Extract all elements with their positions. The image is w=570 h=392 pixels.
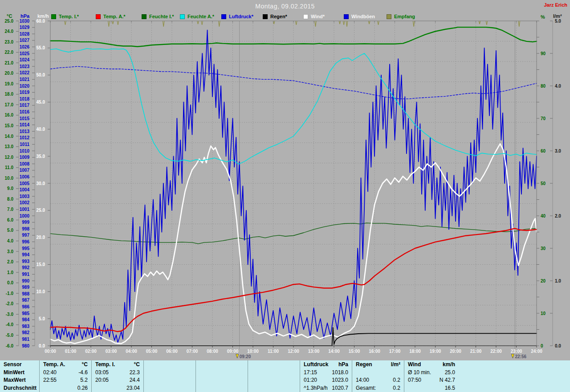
axis-label-wind: 5.0 [39,316,45,321]
x-axis-hour-label: 10:00 [247,349,259,354]
axis-label-temp: 19.0 [5,81,14,86]
axis-label-humidity: 40 [541,214,546,218]
x-axis-hour-label: 11:00 [268,349,279,354]
event-marker-icon [511,354,514,358]
axis-label-wind: 50.0 [37,73,45,77]
axis-label-pressure: 1027 [20,38,30,43]
stats-luftdruck-header: LuftdruckhPa [300,360,352,368]
axis-label-pressure: 1022 [20,70,30,75]
axis-label-temp: 21.0 [5,61,14,65]
axis-label-temp: 8.0 [7,197,13,202]
stats-empty-max [195,376,248,384]
event-marker-time: 22:56 [515,354,526,359]
x-axis-hour-label: 05:00 [146,349,158,354]
axis-label-humidity: 0 [541,344,543,348]
axis-label-pressure: 989 [22,285,29,290]
weather-chart-plot: -6.0-5.0-4.0-3.0-2.0-1.00.01.02.03.04.05… [0,0,570,360]
x-axis-hour-label: 06:00 [166,349,178,354]
stats-regen-header: Regenl/m² [352,360,404,368]
axis-label-humidity: 30 [541,246,546,251]
axis-label-wind: 55.0 [37,45,45,50]
stats-luftdruck-avg: ^1.3hPa/h1020.7 [300,384,352,392]
series-empfang-mark [296,21,297,25]
axis-label-wind: 0.0 [39,344,45,348]
x-axis-hour-label: 14:00 [328,349,340,354]
axis-label-pressure: 1017 [20,103,30,108]
axis-label-pressure: 983 [22,324,29,329]
axis-label-temp: 0.0 [7,280,13,285]
axis-label-pressure: 1024 [20,57,30,62]
axis-label-humidity: 70 [541,116,546,121]
axis-label-humidity: 20 [541,279,546,283]
x-axis-hour-label: 16:00 [369,349,380,354]
axis-label-pressure: 992 [22,265,29,270]
x-axis-hour-label: 02:00 [85,349,97,354]
axis-label-rain: 3.0 [555,149,561,154]
axis-label-temp: 3.0 [7,249,13,254]
stats-empty-header [459,360,570,368]
stats-empty-header [248,360,300,368]
axis-label-temp: 17.0 [5,102,14,107]
axis-label-wind: 60.0 [37,19,45,24]
axis-label-pressure: 1004 [20,187,30,192]
axis-label-pressure: 1007 [20,168,30,173]
axis-label-pressure: 1012 [20,135,30,140]
axis-label-temp: 2.0 [7,259,13,264]
axis-label-pressure: 1011 [20,142,29,147]
stats-empty-avg [248,384,300,392]
axis-label-pressure: 1001 [20,207,30,212]
series-empfang-mark [479,21,480,24]
series-empfang-mark [346,21,347,27]
series-empfang-mark [339,21,340,24]
axis-label-pressure: 996 [22,239,29,244]
x-axis-hour-label: 15:00 [349,349,360,354]
stats-temp-a-min: 02:40-4.6 [39,368,91,376]
axis-label-pressure: 1009 [20,155,30,160]
axis-label-humidity: 50 [541,181,546,186]
axis-label-pressure: 1005 [20,181,30,186]
stats-temp-a-header: Temp. A.°C [39,360,91,368]
stats-regen-min [352,368,404,376]
stats-regen-max: 14:000.2 [352,376,404,384]
axis-label-humidity: 90 [541,51,546,56]
stats-empty-max [248,376,300,384]
axis-label-temp: 18.0 [5,92,14,97]
stats-wind-avg: 16.5 [404,384,459,392]
axis-label-pressure: 982 [22,330,29,335]
axis-label-pressure: 985 [22,311,29,316]
axis-label-rain: 1.0 [555,279,561,283]
x-axis-hour-label: 08:00 [207,349,218,354]
axis-label-temp: 24.0 [5,29,14,34]
axis-label-wind: 15.0 [37,262,45,267]
stats-row-label-durchschnitt: Durchschnitt [0,384,39,392]
stats-empty-max [459,376,570,384]
axis-label-pressure: 984 [22,317,29,322]
x-axis-hour-label: 24:00 [531,349,542,354]
stats-empty-min [459,368,570,376]
stats-empty-min [248,368,300,376]
x-axis-hour-label: 19:00 [430,349,441,354]
x-axis-hour-label: 04:00 [126,349,137,354]
series-empfang-mark [378,21,379,25]
series-empfang-mark [273,21,275,24]
axis-label-temp: -1.0 [6,291,14,296]
stats-wind-header: Windkm/h [404,360,459,368]
axis-label-temp: 10.0 [5,176,14,181]
axis-label-temp: 13.0 [5,144,14,149]
axis-label-pressure: 1026 [20,44,30,49]
axis-label-temp: 6.0 [7,218,13,222]
series-luftdruck [50,66,537,99]
series-empfang-mark [197,21,199,24]
series-empfang-mark [65,21,66,25]
series-empfang-mark [117,21,118,25]
x-axis-hour-label: 13:00 [308,349,320,354]
axis-label-temp: 7.0 [7,207,13,212]
axis-label-temp: 22.0 [5,50,14,55]
event-marker-icon [236,354,239,358]
series-empfang-mark [219,21,220,27]
axis-label-pressure: 1028 [20,32,30,36]
x-axis-hour-label: 18:00 [409,349,421,354]
stats-wind-max: 07:50N 42.7 [404,376,459,384]
x-axis-hour-label: 03:00 [106,349,117,354]
axis-label-pressure: 994 [22,252,29,257]
